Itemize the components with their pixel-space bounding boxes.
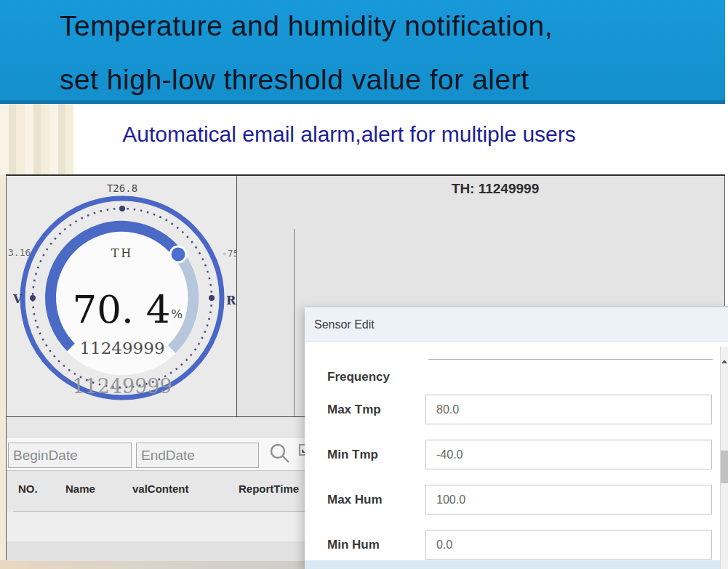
begin-date-input[interactable]: [8, 443, 132, 468]
sensor-edit-dialog: Sensor Edit Frequency Max Tmp Min Tmp Ma…: [305, 306, 728, 569]
subtitle-text: Automatical email alarm,alert for multip…: [0, 122, 698, 147]
gauge-dot-right: [209, 295, 215, 301]
scrollbar-up-arrow-icon[interactable]: [721, 360, 727, 363]
frequency-label: Frequency: [327, 370, 390, 384]
gauge-knob[interactable]: [170, 246, 186, 262]
humidity-gauge: T26.8 3.16 -75 V R TH 70. 4 % 11249999 1…: [7, 176, 237, 416]
dialog-bottom-strip: [305, 560, 720, 569]
table-header-reporttime: ReportTime: [239, 483, 299, 495]
screen: Temperature and humidity notification, s…: [0, 0, 728, 569]
end-date-input[interactable]: [136, 443, 259, 468]
max-tmp-label: Max Tmp: [327, 403, 381, 417]
frequency-input-edge[interactable]: [428, 359, 713, 360]
dialog-scrollbar[interactable]: [720, 347, 728, 569]
gauge-sensor-id: 11249999: [79, 339, 164, 358]
gauge-panel: T26.8 3.16 -75 V R TH 70. 4 % 11249999 1…: [7, 176, 237, 417]
gauge-top-tick-label: T26.8: [107, 182, 137, 194]
gauge-r-mark: R: [226, 294, 236, 307]
gauge-dot-top: [119, 206, 125, 211]
max-hum-label: Max Hum: [327, 493, 383, 507]
table-header-name: Name: [65, 483, 95, 495]
gauge-channel-label: TH: [111, 246, 134, 260]
gauge-v-mark: V: [12, 292, 23, 306]
gauge-right-tick-label: -75: [222, 248, 237, 259]
table-header-valcontent: valContent: [132, 483, 189, 495]
gauge-dot-left: [30, 295, 36, 301]
max-tmp-input[interactable]: [425, 395, 712, 424]
dialog-titlebar[interactable]: Sensor Edit: [305, 306, 728, 342]
search-icon[interactable]: [268, 442, 292, 465]
gauge-unit: %: [171, 307, 183, 321]
top-banner: Temperature and humidity notification, s…: [0, 0, 725, 104]
gauge-sensor-id-secondary: 11249999: [72, 375, 172, 398]
gauge-value: 70. 4: [73, 287, 171, 331]
gauge-left-tick-label: 3.16: [8, 247, 31, 258]
min-tmp-input[interactable]: [425, 440, 712, 469]
min-tmp-label: Min Tmp: [327, 448, 378, 462]
scrollbar-thumb[interactable]: [721, 451, 728, 483]
table-header-no: NO.: [18, 483, 38, 495]
dialog-title: Sensor Edit: [314, 307, 375, 342]
chart-title: TH: 11249999: [266, 181, 724, 197]
min-hum-input[interactable]: [425, 530, 712, 560]
chart-y-axis: [294, 229, 295, 416]
min-hum-label: Min Hum: [327, 538, 380, 552]
background-bottom-strip: [0, 560, 305, 569]
banner-line-2: set high-low threshold value for alert: [60, 64, 529, 96]
banner-line-1: Temperature and humidity notification,: [60, 10, 553, 42]
background-left-strip: [0, 174, 6, 560]
max-hum-input[interactable]: [425, 485, 712, 514]
